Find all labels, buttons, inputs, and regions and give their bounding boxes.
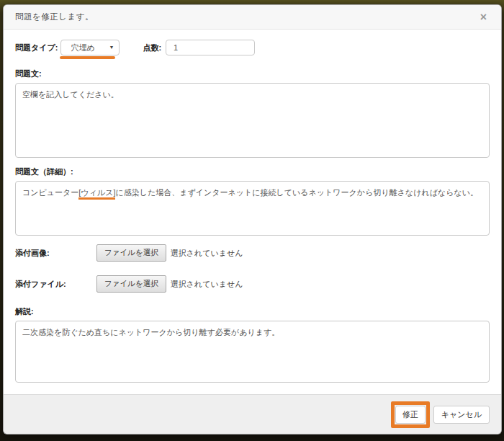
dialog-footer: 修正 キャンセル	[4, 394, 501, 434]
question-type-select-wrap: 穴埋め ▼	[60, 40, 120, 55]
dialog-title: 問題を修正します。	[15, 12, 94, 22]
type-and-points-row: 問題タイプ: 穴埋め ▼ 点数:	[15, 40, 490, 55]
question-detail-label: 問題文（詳細）:	[15, 166, 490, 177]
explanation-label: 解説:	[15, 306, 490, 317]
question-type-label: 問題タイプ:	[15, 43, 58, 53]
points-label: 点数:	[143, 43, 161, 53]
attachment-image-status: 選択されていません	[171, 248, 243, 259]
cancel-button[interactable]: キャンセル	[433, 406, 490, 424]
dialog-body: 問題タイプ: 穴埋め ▼ 点数: 問題文: 問題文（詳細）: コンピューター[ウ…	[4, 30, 501, 383]
points-input[interactable]	[166, 40, 255, 55]
detail-highlight-token: [ウィルス]	[78, 188, 115, 200]
attachment-file-row: 添付ファイル: ファイルを選択 選択されていません	[15, 275, 490, 293]
question-text-textarea[interactable]	[15, 83, 490, 158]
detail-text-before: コンピューター	[22, 188, 78, 197]
edit-question-dialog: 問題を修正します。 × 問題タイプ: 穴埋め ▼ 点数: 問題文: 問題文（詳細…	[3, 4, 502, 435]
annotation-underline-select	[60, 56, 115, 59]
dialog-header: 問題を修正します。 ×	[4, 5, 501, 30]
annotation-box-submit: 修正	[391, 401, 430, 428]
question-text-field: 問題文:	[15, 68, 490, 158]
attachment-file-label: 添付ファイル:	[15, 279, 96, 290]
attachment-file-file-button[interactable]: ファイルを選択	[96, 275, 166, 293]
detail-text-after: に感染した場合、まずインターネットに接続しているネットワークから切り離さなければ…	[115, 188, 478, 197]
question-detail-textarea[interactable]: コンピューター[ウィルス]に感染した場合、まずインターネットに接続しているネット…	[15, 181, 490, 236]
attachment-image-row: 添付画像: ファイルを選択 選択されていません	[15, 244, 490, 262]
submit-button[interactable]: 修正	[395, 406, 426, 424]
attachment-image-file-button[interactable]: ファイルを選択	[96, 244, 166, 262]
explanation-field: 解説:	[15, 306, 490, 383]
attachment-image-label: 添付画像:	[15, 248, 96, 259]
question-detail-field: 問題文（詳細）: コンピューター[ウィルス]に感染した場合、まずインターネットに…	[15, 166, 490, 236]
question-text-label: 問題文:	[15, 68, 490, 79]
question-type-select[interactable]: 穴埋め	[60, 40, 120, 55]
attachment-file-status: 選択されていません	[171, 279, 243, 290]
explanation-textarea[interactable]	[15, 321, 490, 383]
close-icon[interactable]: ×	[477, 10, 490, 24]
